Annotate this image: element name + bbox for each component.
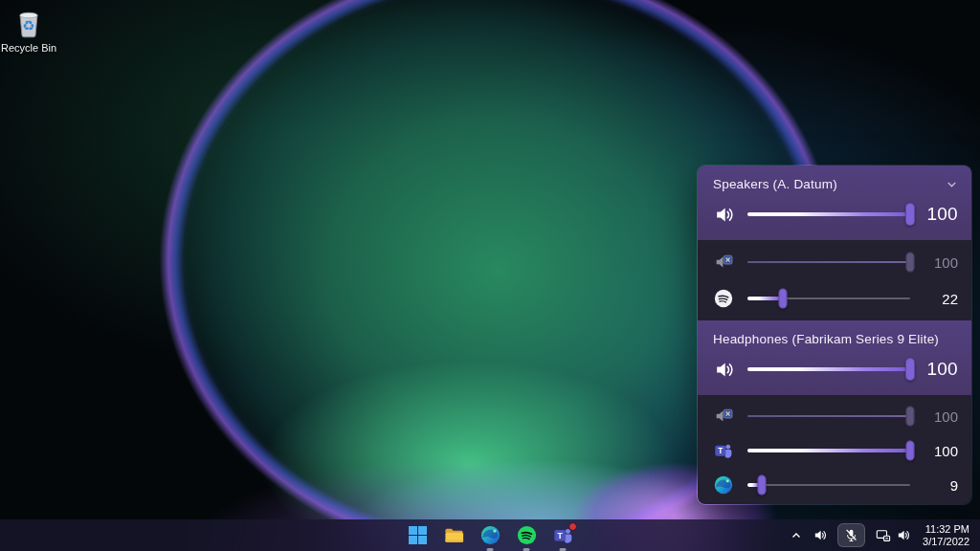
teams-icon: T [713,440,740,461]
teams-taskbar-button[interactable]: T [550,523,575,548]
running-indicator [487,548,494,551]
volume-value: 100 [920,408,958,425]
clock[interactable]: 11:32 PM 3/17/2022 [923,523,969,548]
recycle-bin-label: Recycle Bin [0,42,63,54]
edge-icon [479,524,501,546]
volume-mixer-flyout: Speakers (A. Datum) 100 [697,165,972,505]
device-group-headphones: Headphones (Fabrikam Series 9 Elite) 100 [698,320,971,395]
master-volume-slider[interactable] [747,358,910,381]
volume-value: 100 [920,359,958,380]
tray-time: 11:32 PM [925,523,969,535]
app-sliders-speakers: 100 22 [698,240,971,320]
svg-text:T: T [557,531,563,540]
speaker-volume-icon [713,203,740,227]
running-indicator [560,548,567,551]
slider-thumb[interactable] [905,203,915,226]
taskbar-app-icons: T [405,523,575,548]
master-volume-row-speakers: 100 [713,194,958,234]
spotify-icon [713,288,740,309]
file-explorer-icon [443,524,465,546]
volume-value: 22 [920,291,958,307]
speaker-icon [813,527,829,543]
chevron-down-icon[interactable] [945,177,958,190]
spotify-volume-row: 22 [713,280,958,317]
system-sounds-icon [713,252,740,273]
spotify-volume-slider[interactable] [747,287,910,310]
edge-taskbar-button[interactable] [478,523,502,548]
edge-volume-slider[interactable] [747,474,910,496]
teams-volume-slider[interactable] [747,439,910,462]
edge-volume-row: 9 [713,468,958,502]
system-sounds-row: 100 [713,399,958,433]
device-name: Speakers (A. Datum) [713,177,837,191]
desktop-wallpaper: ♻ Recycle Bin Speakers (A. Datum) [0,0,980,551]
slider-thumb[interactable] [905,358,915,381]
volume-value: 100 [920,443,958,459]
tray-speaker-button[interactable] [811,524,831,547]
device-header-headphones[interactable]: Headphones (Fabrikam Series 9 Elite) [713,328,958,349]
tray-date: 3/17/2022 [923,536,969,547]
system-sounds-icon [713,406,740,427]
svg-text:♻: ♻ [22,18,34,33]
mic-muted-icon [844,528,858,542]
chevron-up-icon [791,530,802,541]
device-name: Headphones (Fabrikam Series 9 Elite) [713,332,939,346]
system-sounds-row: 100 [713,244,958,280]
spotify-taskbar-button[interactable] [514,523,539,548]
master-volume-slider[interactable] [747,203,910,226]
mic-muted-button[interactable] [837,523,865,547]
system-sounds-slider[interactable] [747,405,910,428]
start-button[interactable] [405,523,430,548]
running-indicator [523,548,530,551]
teams-volume-row: T 100 [713,433,958,468]
system-tray: 11:32 PM 3/17/2022 [789,519,980,551]
svg-text:T: T [718,447,723,455]
spotify-icon [516,524,538,546]
device-group-speakers: Speakers (A. Datum) 100 [698,165,971,240]
system-sounds-slider[interactable] [747,251,910,274]
windows-start-icon [408,525,428,545]
volume-value: 100 [920,204,958,225]
speaker-volume-icon [713,358,740,382]
app-sliders-headphones: 100 T 100 [698,395,971,505]
master-volume-row-headphones: 100 [713,349,958,389]
notification-badge [568,522,577,531]
device-header-speakers[interactable]: Speakers (A. Datum) [713,173,958,194]
tray-chevron-button[interactable] [789,524,804,547]
ethernet-icon [876,528,891,543]
slider-thumb[interactable] [906,253,915,273]
slider-thumb[interactable] [906,407,915,427]
edge-icon [713,474,740,496]
slider-thumb[interactable] [758,475,767,496]
volume-value: 9 [920,477,958,494]
slider-thumb[interactable] [779,289,788,309]
recycle-bin-icon: ♻ [11,6,46,40]
volume-value: 100 [920,254,958,271]
network-volume-quick-settings[interactable] [872,523,916,548]
file-explorer-button[interactable] [441,523,466,548]
volume-icon [896,527,912,543]
slider-thumb[interactable] [906,441,915,461]
taskbar: T [0,519,980,551]
recycle-bin-shortcut[interactable]: ♻ Recycle Bin [0,6,63,54]
